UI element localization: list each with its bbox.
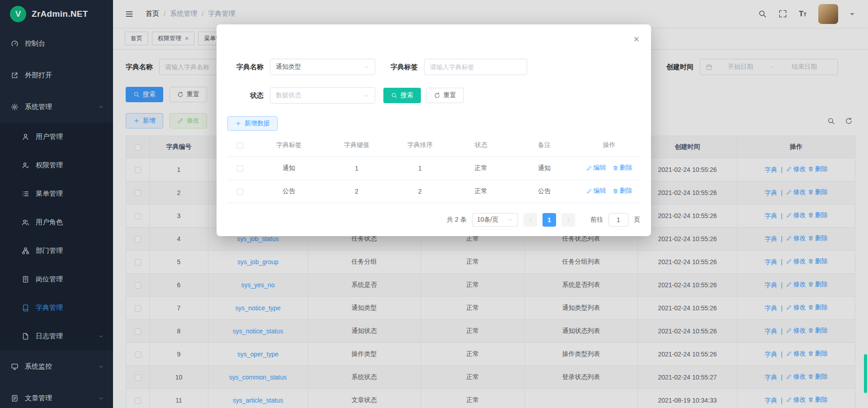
chevron-down-icon [363,64,369,70]
edit-link[interactable]: 编辑 [586,164,606,172]
row-checkbox[interactable] [237,166,243,172]
cell-status: 正常 [452,157,510,180]
modal-header-status: 状态 [452,134,510,157]
page-size-value: 10条/页 [477,216,498,224]
dict-data-table: 字典标签 字典键值 字典排序 状态 备注 操作 通知 1 1 正常 通知 [227,134,640,203]
cell-label: 公告 [253,180,325,203]
status-select[interactable]: 数据状态 [270,87,375,104]
modal-table-row: 公告 2 2 正常 公告 编辑删除 [227,180,640,203]
goto-label: 前往 [590,216,603,224]
modal-header-label: 字典标签 [253,134,325,157]
total-count: 共 2 条 [447,216,467,224]
dict-name-select[interactable]: 通知类型 [270,59,375,75]
cell-remark: 公告 [510,180,578,203]
trash-icon [613,165,618,171]
modal-filter-row-2: 状态 数据状态 搜索 重置 [227,87,640,104]
page-unit: 页 [634,216,640,224]
dict-label-label: 字典标签 [381,63,418,71]
modal-header-remark: 备注 [510,134,578,157]
dict-data-dialog: × 字典名称 通知类型 字典标签 状态 数据状态 搜索 [217,24,651,236]
cell-ops: 编辑删除 [578,180,640,203]
chevron-left-icon [528,217,533,223]
delete-link[interactable]: 删除 [613,187,632,195]
dict-label-input[interactable] [430,63,521,71]
screen: V ZrAdmin.NET 控制台 外部打开 系统管理 用户管理 [0,0,868,408]
edit-link[interactable]: 编辑 [586,187,606,195]
close-icon[interactable]: × [633,34,639,44]
chevron-right-icon [566,217,571,223]
row-checkbox[interactable] [237,189,243,195]
modal-search-label: 搜索 [401,91,413,100]
dict-name-select-value: 通知类型 [276,63,301,71]
next-page-button[interactable] [561,213,575,227]
modal-reset-button[interactable]: 重置 [426,88,464,103]
status-label: 状态 [227,91,264,100]
scrollbar-thumb[interactable] [864,354,867,393]
search-icon [391,92,397,99]
modal-header-sort: 字典排序 [388,134,452,157]
modal-dict-name-label: 字典名称 [227,63,264,71]
modal-table-row: 通知 1 1 正常 通知 编辑删除 [227,157,640,180]
cell-label: 通知 [253,157,325,180]
page-1-button[interactable]: 1 [542,213,556,227]
modal-search-button[interactable]: 搜索 [383,88,421,103]
dict-label-input-wrap [424,59,527,75]
chevron-down-icon [363,93,369,99]
edit-icon [586,165,592,171]
modal-header-select-all [227,134,253,157]
plus-icon [235,120,241,127]
modal-filter-row-1: 字典名称 通知类型 字典标签 [227,59,640,75]
cell-status: 正常 [452,180,510,203]
cell-value: 2 [325,180,388,203]
pagination: 共 2 条 10条/页 1 前往 页 [227,213,640,227]
status-select-placeholder: 数据状态 [276,91,301,100]
add-data-button[interactable]: 新增数据 [227,116,278,131]
trash-icon [613,188,618,194]
cell-sort: 1 [388,157,452,180]
cell-remark: 通知 [510,157,578,180]
cell-value: 1 [325,157,388,180]
modal-reset-label: 重置 [443,91,456,100]
modal-header-value: 字典键值 [325,134,388,157]
refresh-icon [434,92,440,99]
chevron-down-icon [507,217,513,223]
edit-icon [586,188,592,194]
modal-table-header-row: 字典标签 字典键值 字典排序 状态 备注 操作 [227,134,640,157]
goto-page-input[interactable] [609,213,628,227]
cell-ops: 编辑删除 [578,157,640,180]
add-data-label: 新增数据 [245,119,270,128]
prev-page-button[interactable] [524,213,537,227]
modal-header-ops: 操作 [578,134,640,157]
select-all-checkbox[interactable] [237,142,243,149]
cell-sort: 2 [388,180,452,203]
page-size-select[interactable]: 10条/页 [472,213,518,227]
delete-link[interactable]: 删除 [613,164,632,172]
